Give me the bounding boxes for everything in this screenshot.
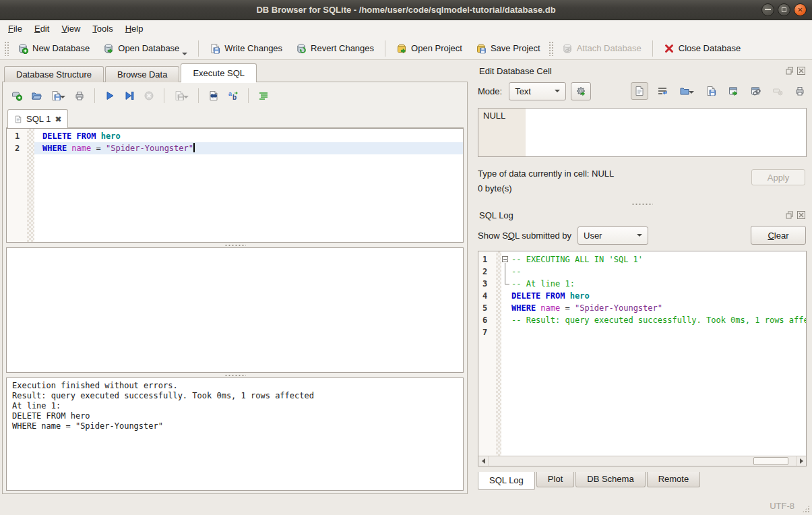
- status-bar: UTF-8: [0, 495, 812, 515]
- chevron-down-icon: [555, 90, 560, 92]
- text-mode-toggle[interactable]: [631, 82, 648, 100]
- find-icon: [208, 90, 219, 101]
- tab-sql-log[interactable]: SQL Log: [478, 472, 535, 490]
- attach-database-icon: [562, 43, 573, 54]
- execution-status-log[interactable]: Execution finished without errors. Resul…: [6, 377, 464, 491]
- close-database-button[interactable]: Close Database: [657, 39, 748, 58]
- menu-file[interactable]: File: [2, 20, 28, 37]
- tab-db-schema[interactable]: DB Schema: [575, 472, 645, 487]
- sql-log-header: SQL Log: [478, 206, 807, 222]
- print-cell-icon[interactable]: [794, 86, 805, 96]
- new-tab-icon: [11, 90, 22, 101]
- word-wrap-icon[interactable]: [657, 86, 668, 96]
- open-sql-file-icon: [31, 90, 42, 101]
- mode-label: Mode:: [478, 86, 502, 96]
- save-project-button[interactable]: Save Project: [469, 39, 547, 58]
- set-null-icon: [772, 86, 783, 96]
- format-sql-button[interactable]: [258, 90, 269, 101]
- window-controls: ✕: [761, 3, 807, 16]
- mode-combobox[interactable]: Text: [509, 82, 566, 100]
- print-sql-button[interactable]: [74, 90, 85, 101]
- close-sql-tab-icon[interactable]: ✖: [55, 115, 61, 124]
- sql-doc-tab[interactable]: SQL 1 ✖: [7, 109, 68, 128]
- write-changes-icon: [210, 43, 220, 54]
- revert-changes-icon: [296, 43, 307, 54]
- toolbar-drag-handle[interactable]: [4, 41, 9, 56]
- log-line-numbers: 12 34 56 7: [478, 251, 496, 456]
- apply-default-button[interactable]: [571, 82, 591, 100]
- minimize-button[interactable]: [761, 3, 774, 16]
- float-panel-icon[interactable]: [786, 211, 794, 219]
- editor-code-area[interactable]: DELETE FROM hero WHERE name = "Spider-Yo…: [34, 129, 463, 242]
- cell-editor[interactable]: NULL: [478, 108, 807, 157]
- new-database-button[interactable]: New Database: [11, 39, 96, 58]
- execute-current-line-button[interactable]: [124, 90, 135, 101]
- open-project-button[interactable]: Open Project: [389, 39, 469, 58]
- filter-label: Show SQL submitted by: [478, 231, 571, 241]
- resize-grip[interactable]: [802, 505, 810, 513]
- scrollbar-thumb[interactable]: [753, 457, 788, 465]
- attach-database-button: Attach Database: [555, 39, 648, 58]
- editor-line-numbers: 1 2: [7, 129, 27, 242]
- fold-collapse-icon[interactable]: [502, 256, 508, 262]
- sql-doc-tab-bar: SQL 1 ✖: [6, 109, 464, 128]
- copy-link-icon[interactable]: [750, 86, 761, 96]
- open-sql-file-button[interactable]: [31, 90, 42, 101]
- find-replace-button[interactable]: ab: [228, 90, 239, 101]
- stop-execution-button: [144, 90, 154, 101]
- svg-text:b: b: [232, 94, 237, 101]
- export-cell-icon[interactable]: [706, 86, 716, 96]
- open-external-icon[interactable]: [728, 86, 739, 96]
- close-button[interactable]: ✕: [794, 3, 807, 16]
- encoding-indicator[interactable]: UTF-8: [770, 501, 794, 511]
- cell-editor-gutter: NULL: [478, 109, 526, 156]
- find-button[interactable]: [208, 90, 219, 101]
- dock-splitter[interactable]: [478, 202, 807, 206]
- results-grid[interactable]: [6, 247, 464, 373]
- menu-view[interactable]: View: [55, 20, 86, 37]
- tab-database-structure[interactable]: Database Structure: [4, 66, 104, 82]
- execute-line-icon: [124, 90, 135, 101]
- execute-all-button[interactable]: [104, 90, 115, 101]
- save-sql-file-button[interactable]: [51, 90, 65, 101]
- log-horizontal-scrollbar[interactable]: [478, 456, 806, 466]
- title-bar[interactable]: DB Browser for SQLite - /home/user/code/…: [0, 0, 812, 20]
- sql-log-filter-row: Show SQL submitted by User Clear: [478, 224, 807, 247]
- sql-log-view[interactable]: 12 34 56 7 -- EXECUTING ALL IN 'SQL 1': [478, 251, 807, 466]
- menu-edit[interactable]: Edit: [28, 20, 55, 37]
- log-fold-margin: [496, 251, 501, 456]
- menu-help[interactable]: Help: [119, 20, 150, 37]
- clear-log-button[interactable]: Clear: [751, 226, 806, 245]
- revert-changes-button[interactable]: Revert Changes: [289, 39, 381, 58]
- tab-remote[interactable]: Remote: [647, 472, 701, 487]
- results-log-splitter[interactable]: [6, 373, 464, 377]
- menu-tools[interactable]: Tools: [86, 20, 119, 37]
- main-tab-bar: Database Structure Browse Data Execute S…: [4, 63, 258, 82]
- log-code-area: -- EXECUTING ALL IN 'SQL 1' -- -- At lin…: [510, 251, 806, 456]
- sql-editor[interactable]: 1 2 DELETE FROM hero WHERE name = "Spide…: [6, 128, 464, 243]
- close-panel-icon[interactable]: [797, 211, 805, 219]
- scroll-right-arrow-icon[interactable]: [796, 456, 806, 466]
- import-cell-data-button[interactable]: [679, 86, 694, 96]
- open-database-button[interactable]: Open Database: [96, 39, 194, 58]
- write-changes-button[interactable]: Write Changes: [203, 39, 289, 58]
- tab-browse-data[interactable]: Browse Data: [105, 66, 179, 82]
- open-database-dropdown-icon[interactable]: [182, 53, 187, 55]
- scroll-left-arrow-icon[interactable]: [478, 456, 489, 466]
- editor-results-splitter[interactable]: [6, 243, 464, 247]
- float-panel-icon[interactable]: [786, 67, 794, 75]
- main-toolbar: New Database Open Database Write Changes…: [0, 37, 812, 60]
- close-panel-icon[interactable]: [797, 67, 805, 75]
- tab-plot[interactable]: Plot: [536, 472, 574, 487]
- toolbar-drag-handle[interactable]: [549, 41, 554, 56]
- cell-editor-text-area[interactable]: [526, 109, 806, 156]
- new-database-icon: [18, 43, 28, 54]
- maximize-button[interactable]: [778, 3, 790, 16]
- tab-execute-sql[interactable]: Execute SQL: [181, 63, 257, 82]
- apply-button: Apply: [751, 169, 805, 185]
- close-icon: ✕: [797, 6, 803, 13]
- find-replace-icon: ab: [228, 90, 239, 101]
- submitted-by-combobox[interactable]: User: [577, 226, 648, 245]
- open-sql-tab-button[interactable]: [11, 90, 22, 101]
- save-results-button: [174, 90, 189, 101]
